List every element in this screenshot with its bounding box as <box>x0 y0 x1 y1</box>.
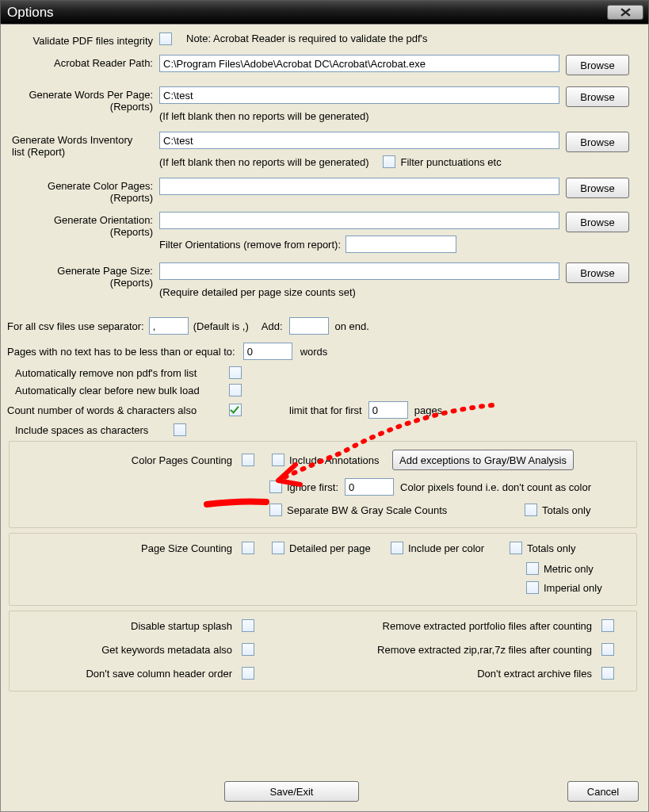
limit-input[interactable] <box>368 401 408 419</box>
options-form: Validate PDF files integrity Note: Acrob… <box>0 24 649 812</box>
window-title: Options <box>7 5 607 21</box>
save-exit-button[interactable]: Save/Exit <box>224 781 359 802</box>
csv-add-label: Add: <box>262 320 283 332</box>
words-inventory-hint: (If left blank then no reports will be g… <box>159 156 368 168</box>
close-button[interactable] <box>607 5 643 20</box>
disable-splash-label: Disable startup splash <box>16 620 242 632</box>
filter-punct-label: Filter punctuations etc <box>400 156 501 168</box>
close-icon <box>620 8 631 17</box>
dont-extract-label: Don't extract archive files <box>254 668 601 680</box>
color-count-label: Color Pages Counting <box>16 454 242 466</box>
dont-extract-checkbox[interactable] <box>601 667 614 680</box>
filter-punct-checkbox[interactable] <box>383 155 395 168</box>
page-size-browse-button[interactable]: Browse <box>566 262 629 283</box>
csv-sep-prefix: For all csv files use separator: <box>7 320 144 332</box>
orientation-label: Generate Orientation:(Reports) <box>7 212 159 238</box>
sep-bw-label: Separate BW & Gray Scale Counts <box>287 504 493 516</box>
size-count-group: Page Size Counting Detailed per page Inc… <box>9 533 637 606</box>
ignore-first-suffix: Color pixels found i.e. don't count as c… <box>400 481 591 493</box>
words-inventory-input[interactable] <box>159 132 559 149</box>
validate-note: Note: Acrobat Reader is required to vali… <box>186 33 428 44</box>
page-size-label: Generate Page Size:(Reports) <box>7 262 159 289</box>
acrobat-path-input[interactable] <box>159 55 559 72</box>
auto-remove-label: Automatically remove non pdf's from list <box>15 367 229 379</box>
metric-label: Metric only <box>544 563 594 575</box>
csv-suffix: on end. <box>335 320 369 332</box>
color-pages-browse-button[interactable]: Browse <box>566 178 629 198</box>
cancel-button[interactable]: Cancel <box>567 781 639 802</box>
words-per-page-hint: (If left blank then no reports will be g… <box>159 110 629 122</box>
get-keywords-label: Get keywords metadata also <box>16 644 242 656</box>
size-totals-checkbox[interactable] <box>510 542 522 554</box>
orientation-input[interactable] <box>159 212 559 229</box>
acrobat-browse-button[interactable]: Browse <box>566 55 629 75</box>
get-keywords-checkbox[interactable] <box>242 643 254 656</box>
color-pages-input[interactable] <box>159 178 559 195</box>
size-count-label: Page Size Counting <box>16 542 242 554</box>
orientation-filter-input[interactable] <box>345 236 456 253</box>
include-annot-label: Include Annotations <box>289 454 392 466</box>
per-color-checkbox[interactable] <box>391 542 403 554</box>
remove-portfolio-label: Remove extracted portfolio files after c… <box>254 620 601 632</box>
csv-default-label: (Default is ,) <box>193 320 249 332</box>
no-text-prefix: Pages with no text has to be less than o… <box>7 346 235 358</box>
auto-clear-label: Automatically clear before new bulk load <box>15 385 229 396</box>
no-text-suffix: words <box>300 346 328 358</box>
color-count-checkbox[interactable] <box>242 454 254 466</box>
ignore-first-checkbox[interactable] <box>269 481 282 493</box>
count-words-checkbox[interactable] <box>229 404 242 416</box>
ignore-first-input[interactable] <box>345 478 394 496</box>
ignore-first-label: Ignore first: <box>287 481 338 493</box>
page-size-hint: (Require detailed per page size counts s… <box>159 286 629 298</box>
per-color-label: Include per color <box>408 542 484 554</box>
words-inventory-browse-button[interactable]: Browse <box>566 132 629 152</box>
sep-bw-checkbox[interactable] <box>269 504 282 516</box>
auto-clear-checkbox[interactable] <box>229 384 242 396</box>
validate-checkbox[interactable] <box>159 33 172 45</box>
dont-save-header-label: Don't save column header order <box>16 668 242 680</box>
csv-sep-input[interactable] <box>149 317 189 335</box>
disable-splash-checkbox[interactable] <box>242 619 254 632</box>
title-bar: Options <box>0 0 649 24</box>
imperial-checkbox[interactable] <box>526 581 539 594</box>
auto-remove-checkbox[interactable] <box>229 366 242 379</box>
size-totals-label: Totals only <box>527 542 575 554</box>
metric-checkbox[interactable] <box>526 562 539 575</box>
misc-group: Disable startup splash Remove extracted … <box>9 611 637 691</box>
include-annot-checkbox[interactable] <box>272 454 284 466</box>
words-per-page-label: Generate Words Per Page:(Reports) <box>7 86 159 113</box>
limit-suffix: pages <box>414 404 442 416</box>
color-pages-label: Generate Color Pages:(Reports) <box>7 178 159 204</box>
imperial-label: Imperial only <box>544 582 602 594</box>
words-per-page-browse-button[interactable]: Browse <box>566 86 629 107</box>
add-exceptions-button[interactable]: Add exceptions to Gray/BW Analysis <box>392 450 574 470</box>
words-per-page-input[interactable] <box>159 86 559 104</box>
remove-zip-label: Remove extracted zip,rar,7z files after … <box>254 644 601 656</box>
limit-prefix: limit that for first <box>289 404 362 416</box>
remove-portfolio-checkbox[interactable] <box>601 619 614 632</box>
detailed-checkbox[interactable] <box>272 542 284 554</box>
validate-label: Validate PDF files integrity <box>7 33 159 47</box>
include-spaces-checkbox[interactable] <box>174 423 186 436</box>
orientation-filter-label: Filter Orientations (remove from report)… <box>159 239 341 251</box>
page-size-input[interactable] <box>159 262 559 280</box>
color-totals-label: Totals only <box>542 504 590 516</box>
include-spaces-label: Include spaces as characters <box>15 424 174 436</box>
color-totals-checkbox[interactable] <box>525 504 537 516</box>
dont-save-header-checkbox[interactable] <box>242 667 254 680</box>
size-count-checkbox[interactable] <box>242 542 254 554</box>
detailed-label: Detailed per page <box>289 542 371 554</box>
no-text-input[interactable] <box>243 343 292 360</box>
remove-zip-checkbox[interactable] <box>601 643 614 656</box>
orientation-browse-button[interactable]: Browse <box>566 212 629 232</box>
color-count-group: Color Pages Counting Include Annotations… <box>9 441 637 528</box>
csv-add-input[interactable] <box>289 317 329 335</box>
count-words-label: Count number of words & characters also <box>7 404 229 416</box>
words-inventory-label: Generate Words Inventorylist (Report) <box>7 132 159 158</box>
acrobat-label: Acrobat Reader Path: <box>7 55 159 69</box>
